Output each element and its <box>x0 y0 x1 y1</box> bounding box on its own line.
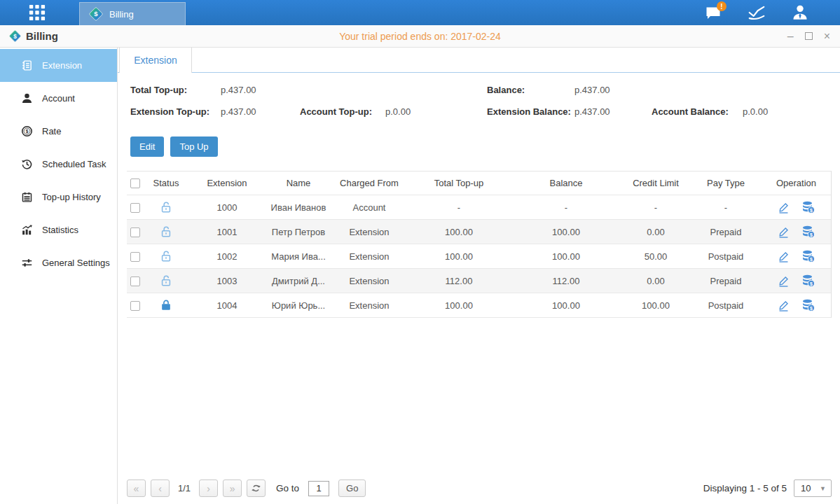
coins-topup-icon: $ <box>801 274 815 288</box>
edit-button[interactable]: Edit <box>130 136 164 157</box>
goto-page-input[interactable] <box>308 481 329 496</box>
select-all-checkbox[interactable] <box>130 178 140 188</box>
sidebar-item-extension[interactable]: Extension <box>0 49 117 82</box>
row-edit-button[interactable] <box>777 274 790 288</box>
col-extension: Extension <box>188 178 266 188</box>
next-page-button[interactable]: › <box>199 479 218 497</box>
row-checkbox[interactable] <box>130 252 140 262</box>
sidebar-item-label: Statistics <box>42 225 78 235</box>
billing-diamond-icon: $ <box>88 6 104 22</box>
row-topup-button[interactable]: $ <box>801 200 815 214</box>
taskbar-tab-billing[interactable]: $ Billing <box>79 2 186 25</box>
refresh-button[interactable] <box>247 479 266 497</box>
sidebar-item-label: Extension <box>42 60 82 71</box>
status-cell <box>144 298 188 312</box>
cell-balance: - <box>511 202 621 213</box>
cell-pay-type: Postpaid <box>690 251 762 262</box>
app-launcher-button[interactable] <box>23 0 51 25</box>
status-cell <box>144 200 188 214</box>
messages-button[interactable]: ! <box>701 3 725 22</box>
line-chart-icon <box>746 4 767 22</box>
svg-text:$: $ <box>26 129 29 134</box>
balance-value: p.437.00 <box>574 85 610 95</box>
total-topup-label: Total Top-up: <box>130 85 187 95</box>
notification-badge: ! <box>717 1 727 11</box>
account-topup-value: p.0.00 <box>385 106 411 117</box>
col-balance: Balance <box>511 178 621 188</box>
cell-extension: 1002 <box>188 251 266 262</box>
window-titlebar: $ Billing Your trial period ends on: 201… <box>0 25 840 48</box>
col-status: Status <box>144 178 188 188</box>
prev-page-button[interactable]: ‹ <box>151 479 170 497</box>
cell-balance: 100.00 <box>511 300 621 311</box>
sidebar-item-label: Top-up History <box>42 192 101 202</box>
statistics-icon <box>21 224 33 236</box>
reports-button[interactable] <box>745 3 769 22</box>
main-content: Extension Total Top-up: p.437.00 Balance… <box>118 48 840 504</box>
sidebar-item-general-settings[interactable]: General Settings <box>0 246 117 279</box>
window-title-text: Billing <box>26 30 58 42</box>
lock-open-icon <box>159 200 173 214</box>
cell-name: Петр Петров <box>266 227 331 237</box>
person-icon <box>21 92 33 104</box>
row-topup-button[interactable]: $ <box>801 249 815 263</box>
last-page-button[interactable]: » <box>223 479 242 497</box>
sidebar-item-account[interactable]: Account <box>0 82 117 115</box>
row-topup-button[interactable]: $ <box>801 298 815 312</box>
cell-total-topup: 100.00 <box>407 300 511 311</box>
displaying-text: Displaying 1 - 5 of 5 <box>703 483 787 493</box>
billing-diamond-icon: $ <box>8 29 22 43</box>
sidebar-item-scheduled-task[interactable]: Scheduled Task <box>0 148 117 181</box>
user-menu-button[interactable] <box>788 3 812 22</box>
row-checkbox[interactable] <box>130 203 140 213</box>
minimize-button[interactable]: – <box>787 31 794 42</box>
cell-total-topup: 100.00 <box>407 251 511 262</box>
coins-topup-icon: $ <box>801 298 815 312</box>
cell-charged-from: Extension <box>331 276 407 286</box>
cell-pay-type: Prepaid <box>690 276 762 286</box>
col-credit-limit: Credit Limit <box>621 178 690 188</box>
clock-history-icon <box>21 158 33 170</box>
account-topup-label: Account Top-up: <box>300 106 372 117</box>
row-edit-button[interactable] <box>777 250 790 263</box>
svg-text:$: $ <box>810 208 813 214</box>
row-checkbox[interactable] <box>130 227 140 237</box>
cell-pay-type: - <box>690 202 762 213</box>
pencil-icon <box>777 250 790 263</box>
table-row: 1000 Иван Иванов Account - - - - $ <box>127 195 831 220</box>
row-topup-button[interactable]: $ <box>801 274 815 288</box>
table-row: 1004 Юрий Юрь... Extension 100.00 100.00… <box>127 293 831 318</box>
page-size-select[interactable]: 10 ▼ <box>794 479 832 497</box>
topup-button[interactable]: Top Up <box>170 136 217 157</box>
pencil-icon <box>777 225 790 239</box>
pencil-icon <box>777 201 790 214</box>
row-checkbox[interactable] <box>130 276 140 286</box>
row-topup-button[interactable]: $ <box>801 225 815 239</box>
row-checkbox[interactable] <box>130 301 140 311</box>
close-button[interactable]: × <box>824 31 830 42</box>
col-pay-type: Pay Type <box>690 178 762 188</box>
first-page-button[interactable]: « <box>127 479 146 497</box>
status-cell <box>144 249 188 263</box>
row-edit-button[interactable] <box>777 225 790 239</box>
cell-credit-limit: - <box>621 202 690 213</box>
cell-total-topup: 112.00 <box>407 276 511 286</box>
col-operation: Operation <box>762 178 831 188</box>
svg-text:$: $ <box>810 306 813 312</box>
tab-extension[interactable]: Extension <box>119 48 192 73</box>
table-body: 1000 Иван Иванов Account - - - - $ <box>127 195 831 318</box>
row-edit-button[interactable] <box>777 299 790 312</box>
topbar: $ Billing ! <box>0 0 840 25</box>
sidebar-item-rate[interactable]: $ Rate <box>0 115 117 148</box>
cell-credit-limit: 50.00 <box>621 251 690 262</box>
grid-icon <box>27 3 47 22</box>
go-button[interactable]: Go <box>338 479 366 497</box>
cell-name: Иван Иванов <box>266 202 331 213</box>
cell-credit-limit: 0.00 <box>621 276 690 286</box>
row-edit-button[interactable] <box>777 201 790 214</box>
extension-balance-label: Extension Balance: <box>487 106 571 117</box>
sidebar-item-statistics[interactable]: Statistics <box>0 214 117 246</box>
window-title: $ Billing <box>8 29 58 43</box>
maximize-button[interactable] <box>805 32 813 40</box>
sidebar-item-topup-history[interactable]: Top-up History <box>0 181 117 214</box>
